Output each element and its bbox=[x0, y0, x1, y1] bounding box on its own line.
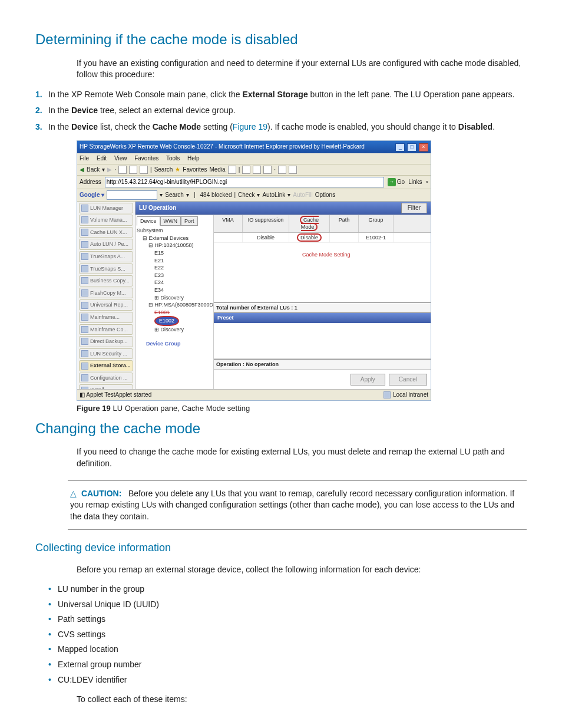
maximize-button[interactable]: □ bbox=[407, 143, 416, 151]
tree-external-devices[interactable]: ⊟ External Devices bbox=[143, 235, 212, 242]
step3-frag-b: list, check the bbox=[98, 122, 153, 131]
bullet-lu-number: LU number in the group bbox=[48, 584, 527, 595]
sidebar-item-cache-lun[interactable]: Cache LUN X... bbox=[79, 227, 133, 238]
tree-e15[interactable]: E15 bbox=[154, 249, 212, 257]
menu-bar: File Edit View Favorites Tools Help bbox=[77, 153, 431, 164]
menu-favorites[interactable]: Favorites bbox=[134, 155, 158, 162]
back-icon[interactable]: ◀ bbox=[80, 166, 84, 174]
cell-group: E1002-1 bbox=[359, 233, 394, 243]
address-input[interactable] bbox=[105, 177, 384, 187]
tree-e24[interactable]: E24 bbox=[154, 279, 212, 286]
google-toolbar: Google ▾ ▾ Search ▾ | 484 blocked | Chec… bbox=[77, 189, 431, 202]
menu-edit[interactable]: Edit bbox=[97, 155, 107, 162]
step1-frag-a: In the XP Remote Web Console main pane, … bbox=[48, 90, 242, 99]
sidebar-item-direct-backup[interactable]: Direct Backup... bbox=[79, 336, 133, 347]
sidebar-item-lun-manager[interactable]: LUN Manager bbox=[79, 203, 133, 214]
step3-bold2: Cache Mode bbox=[153, 122, 201, 131]
media-label[interactable]: Media bbox=[209, 166, 225, 174]
stop-icon[interactable] bbox=[118, 166, 127, 174]
tree-e1002-selected[interactable]: E1002 bbox=[154, 316, 212, 326]
tree-e23[interactable]: E23 bbox=[154, 272, 212, 279]
col-vma[interactable]: VMA bbox=[214, 215, 243, 232]
tree-e34[interactable]: E34 bbox=[154, 286, 212, 294]
tree-discovery-1[interactable]: ⊞ Discovery bbox=[154, 294, 212, 302]
options-label[interactable]: Options bbox=[315, 191, 335, 199]
figure-caption: Figure 19 LU Operation pane, Cache Mode … bbox=[77, 403, 527, 414]
sidebar-item-mainframe-co[interactable]: Mainframe Co... bbox=[79, 324, 133, 335]
tree-e22[interactable]: E22 bbox=[154, 264, 212, 272]
tree-discovery-2[interactable]: ⊞ Discovery bbox=[154, 326, 212, 334]
favorites-label[interactable]: Favorites bbox=[183, 166, 207, 174]
sidebar-item-lun-security[interactable]: LUN Security ... bbox=[79, 348, 133, 360]
col-path[interactable]: Path bbox=[330, 215, 359, 232]
sidebar-item-configuration[interactable]: Configuration ... bbox=[79, 373, 133, 384]
cancel-button[interactable]: Cancel bbox=[389, 374, 427, 386]
figure-19-link[interactable]: Figure 19 bbox=[233, 122, 267, 131]
print-icon[interactable] bbox=[253, 166, 261, 174]
back-label[interactable]: Back bbox=[87, 166, 100, 174]
tree-root[interactable]: Subsystem bbox=[137, 228, 163, 233]
discuss-icon[interactable] bbox=[278, 166, 286, 174]
tree-hp2[interactable]: ⊟ HP:MSA(600805F3000D8... bbox=[148, 301, 212, 309]
sidebar-item-business-copy[interactable]: Business Copy... bbox=[79, 275, 133, 286]
tab-device[interactable]: Device bbox=[137, 216, 160, 226]
autolink-label[interactable]: AutoLink bbox=[262, 191, 285, 199]
sidebar-item-universal-rep[interactable]: Universal Rep... bbox=[79, 299, 133, 311]
sidebar-item-auto-lun[interactable]: Auto LUN / Pe... bbox=[79, 239, 133, 250]
spell-check-label[interactable]: Check bbox=[238, 191, 254, 199]
menu-view[interactable]: View bbox=[114, 155, 127, 162]
right-pane: VMA IO suppression Cache Mode Path Group… bbox=[214, 215, 431, 389]
refresh-icon[interactable] bbox=[129, 166, 137, 174]
menu-help[interactable]: Help bbox=[187, 155, 200, 162]
sidebar-item-truesnaps-a[interactable]: TrueSnaps A... bbox=[79, 251, 133, 262]
grid-row-1[interactable]: Disable Disable E1002-1 bbox=[214, 233, 431, 243]
tree-e21[interactable]: E21 bbox=[154, 257, 212, 265]
mail-icon[interactable] bbox=[242, 166, 250, 174]
menu-file[interactable]: File bbox=[80, 155, 89, 162]
heading-determining: Determining if the cache mode is disable… bbox=[35, 29, 527, 50]
filter-button[interactable]: Filter bbox=[401, 203, 427, 213]
home-icon[interactable] bbox=[140, 166, 148, 174]
heading-collecting: Collecting device information bbox=[35, 541, 527, 555]
minimize-button[interactable]: _ bbox=[395, 143, 405, 151]
sidebar-item-volume-mgr[interactable]: Volume Mana... bbox=[79, 215, 133, 226]
menu-tools[interactable]: Tools bbox=[166, 155, 180, 162]
tab-wwn[interactable]: WWN bbox=[160, 216, 181, 226]
tree-hp1[interactable]: ⊟ HP:1024(10058) bbox=[148, 242, 212, 249]
sidebar-item-mainframe-a[interactable]: Mainframe... bbox=[79, 312, 133, 323]
col-group[interactable]: Group bbox=[359, 215, 394, 232]
bullet-external-group: External group number bbox=[48, 659, 527, 671]
forward-icon: ▶ bbox=[107, 166, 112, 174]
col-cache-mode[interactable]: Cache Mode bbox=[289, 215, 330, 232]
step3-frag-c: setting ( bbox=[201, 122, 233, 131]
sidebar-item-truesnaps-s[interactable]: TrueSnaps S... bbox=[79, 263, 133, 275]
device-tree: Device WWN Port Subsystem ⊟ External Dev… bbox=[135, 215, 214, 389]
go-button[interactable]: →Go bbox=[388, 178, 405, 186]
heading-changing: Changing the cache mode bbox=[35, 419, 527, 439]
step-3: 3. In the Device list, check the Cache M… bbox=[35, 121, 527, 133]
window-titlebar: HP StorageWorks XP Remote Web Console-10… bbox=[77, 141, 431, 153]
tree-e1001[interactable]: E1001 bbox=[154, 309, 212, 317]
preset-area bbox=[214, 323, 431, 359]
col-io-suppression[interactable]: IO suppression bbox=[243, 215, 289, 232]
intranet-icon bbox=[384, 391, 391, 398]
edit-icon[interactable] bbox=[263, 166, 272, 174]
history-icon[interactable] bbox=[228, 166, 236, 174]
applet-area: LUN Manager Volume Mana... Cache LUN X..… bbox=[77, 202, 431, 389]
step1-bold: External Storage bbox=[242, 90, 308, 99]
collect-outro: To collect each of these items: bbox=[77, 694, 527, 706]
sidebar-item-install[interactable]: Install bbox=[79, 384, 133, 388]
bullet-cvs-settings: CVS settings bbox=[48, 629, 527, 641]
google-search-input[interactable] bbox=[107, 190, 157, 200]
status-bar: ◧ Applet TestApplet started Local intran… bbox=[77, 389, 431, 400]
sidebar-item-flashcopy[interactable]: FlashCopy M... bbox=[79, 288, 133, 299]
search-label[interactable]: Search bbox=[154, 166, 173, 174]
google-search-button[interactable]: Search bbox=[165, 191, 184, 199]
popup-blocked-count: 484 blocked bbox=[200, 191, 232, 199]
apply-button[interactable]: Apply bbox=[351, 374, 385, 386]
research-icon[interactable] bbox=[289, 166, 297, 174]
tab-port[interactable]: Port bbox=[181, 216, 198, 226]
sidebar-item-external-stora[interactable]: External Stora... bbox=[79, 360, 133, 371]
close-button[interactable]: × bbox=[419, 143, 428, 151]
links-label[interactable]: Links bbox=[408, 178, 422, 186]
